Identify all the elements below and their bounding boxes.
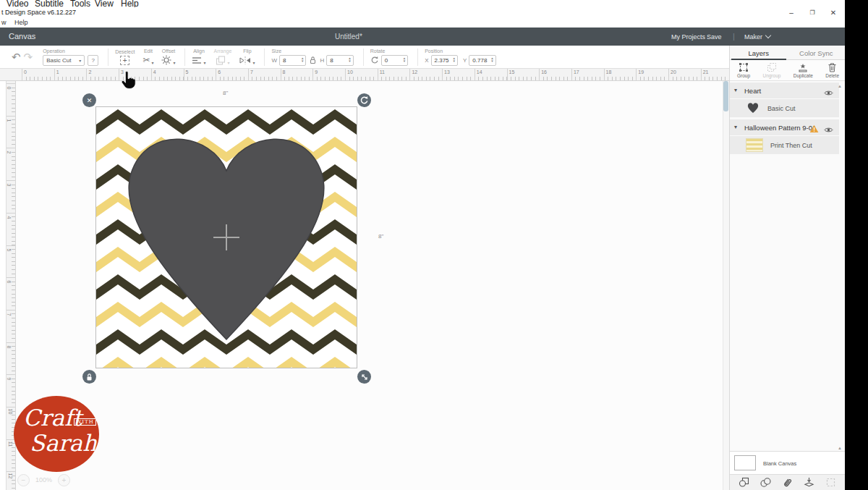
scroll-up-icon[interactable]: ▲ [838,84,842,88]
zoom-out-button[interactable]: − [17,474,30,486]
ruler-number: 0 [24,69,27,75]
lock-aspect-icon[interactable] [309,56,317,64]
deselect-button[interactable]: Deselect + [115,49,135,65]
align-button[interactable]: Align ▾ [192,48,205,65]
machine-select[interactable]: Maker [744,33,770,41]
close-icon[interactable]: ✕ [827,8,839,17]
layer-group-heart[interactable]: ▾ Heart [730,83,839,98]
rotate-icon [370,56,379,64]
ruler-tick [22,69,22,80]
attach-icon[interactable] [782,477,793,488]
layer-row-basic-cut[interactable]: Basic Cut [730,99,839,117]
player-menu-video[interactable]: Video [7,0,28,7]
minimize-icon[interactable]: – [786,8,797,17]
stepper-icon[interactable]: ▲▼ [490,57,493,64]
size-group: Size W 8▲▼ H 8▲▼ [271,48,353,66]
ruler-number: 18 [606,69,612,75]
canvas-scrollbar-thumb[interactable] [723,81,728,111]
layer-tools-bar [730,474,845,490]
player-menu-view[interactable]: View [95,0,114,7]
ruler-tick [7,148,15,148]
group-button[interactable]: Group [737,62,750,80]
position-y-input[interactable]: 0.778▲▼ [469,55,495,66]
stepper-icon[interactable]: ▲▼ [453,57,456,64]
ruler-number: 11 [8,442,13,447]
help-icon[interactable]: ? [88,55,98,66]
ungroup-icon [767,62,777,72]
stepper-icon[interactable]: ▲▼ [403,57,406,64]
ruler-number: 1 [56,69,59,75]
layer-group-name: Heart [744,87,761,95]
tab-layers[interactable]: Layers [730,46,788,59]
width-input[interactable]: 8▲▼ [279,55,306,66]
scroll-down-icon[interactable]: ▲ [838,446,842,450]
flip-button[interactable]: Flip ▾ [239,48,255,65]
layer-row-print-then-cut[interactable]: Print Then Cut [730,136,839,154]
lock-handle-icon[interactable] [82,370,96,384]
zoom-level: 100% [35,476,52,483]
stepper-icon[interactable]: ▲▼ [348,57,351,64]
ruler-tick [7,407,15,407]
rotate-input[interactable]: 0▲▼ [381,55,408,66]
layers-panel: Layers Color Sync Group Ungroup Duplicat… [729,46,845,490]
chevron-heart-graphic [96,107,357,368]
ruler-number: 16 [541,69,547,75]
weld-icon[interactable] [760,477,771,488]
height-input[interactable]: 8▲▼ [326,55,353,66]
offset-button[interactable]: Offset ▾ [161,48,175,65]
player-menu-help[interactable]: Help [121,0,139,7]
layer-group-name: Halloween Pattern 9-01 [744,124,816,132]
document-title[interactable]: Untitled* [335,33,362,41]
ruler-horizontal: 0123456789101112131415161718192021 [0,69,729,81]
my-projects-link[interactable]: My Projects [671,33,705,41]
toolbar-divider [264,48,265,66]
edit-button[interactable]: Edit ✂▾ [142,48,153,65]
chevron-down-icon [765,33,771,38]
slice-icon[interactable] [739,477,749,488]
duplicate-icon [798,62,808,72]
ruler-number: 5 [186,69,189,75]
position-x-input[interactable]: 2.375▲▼ [431,55,458,66]
zoom-in-button[interactable]: + [58,474,70,486]
duplicate-button[interactable]: Duplicate [793,62,813,80]
maximize-icon[interactable]: ❐ [807,8,818,17]
save-link[interactable]: Save [707,33,722,41]
app-menu-help[interactable]: Help [14,19,28,26]
ruler-tick [312,69,313,80]
toolbar-divider [184,48,185,66]
warning-icon[interactable] [809,123,819,136]
toolbar-divider [417,48,418,66]
ruler-tick [119,69,119,80]
collapse-caret-icon[interactable]: ▾ [734,87,737,93]
eye-icon[interactable] [824,123,833,136]
player-menu-subtitle[interactable]: Subtitle [35,0,64,7]
collapse-caret-icon[interactable]: ▾ [734,124,737,130]
layer-group-halloween-pattern[interactable]: ▾ Halloween Pattern 9-01 [730,119,839,135]
rotate-handle-icon[interactable] [357,93,371,107]
ruler-number: 10 [347,69,353,75]
operation-dropdown[interactable]: Basic Cut▾ [43,55,85,66]
contour-icon[interactable] [825,477,836,488]
canvas-scrollbar-track[interactable] [723,81,729,490]
arrange-button[interactable]: Arrange ▾ [214,48,232,65]
selected-image[interactable] [96,107,357,368]
canvas-color-swatch[interactable] [734,455,756,470]
eye-icon[interactable] [824,86,833,99]
layer-actions: Group Ungroup Duplicate Delete [730,60,845,81]
layer-label: Print Then Cut [770,142,812,149]
flatten-icon[interactable] [804,477,814,488]
tab-color-sync[interactable]: Color Sync [788,46,846,59]
delete-button[interactable]: Delete [825,62,839,80]
ruler-number: 12 [412,69,417,75]
app-menu-item[interactable]: w [1,19,7,26]
player-menu-tools[interactable]: Tools [70,0,90,7]
ruler-tick [7,245,15,246]
ungroup-button[interactable]: Ungroup [762,62,780,80]
resize-handle-icon[interactable] [357,370,371,384]
app-menu-bar: w Help [0,18,845,28]
layer-label: Basic Cut [767,105,796,112]
redo-icon[interactable]: ↷ [24,51,33,63]
undo-icon[interactable]: ↶ [12,51,21,63]
close-handle-icon[interactable]: ✕ [82,93,96,107]
stepper-icon[interactable]: ▲▼ [301,57,304,64]
